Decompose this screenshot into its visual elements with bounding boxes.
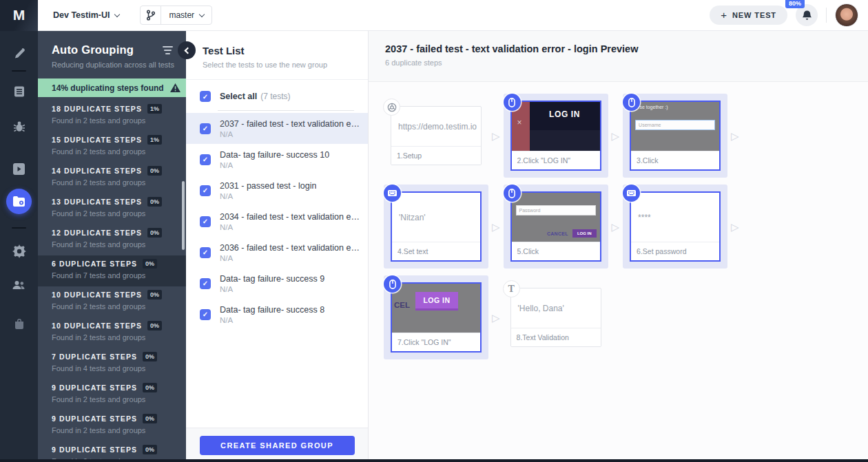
test-item[interactable]: 2037 - failed test - text validation err… <box>186 113 368 144</box>
select-all-checkbox[interactable] <box>200 91 211 102</box>
duplicate-group-item[interactable]: 6 DUPLICATE STEPS 0% Found in 7 tests an… <box>38 255 186 286</box>
editor-pencil-icon[interactable] <box>0 48 38 60</box>
test-checkbox[interactable] <box>200 278 211 289</box>
step-slot-4: 'Nitzan' 4.Set text <box>384 185 488 269</box>
notification-area: 80% <box>796 4 818 26</box>
test-checkbox[interactable] <box>200 154 211 165</box>
group-found-in: Found in 2 tests and groups <box>52 116 176 125</box>
username-field-preview: Username <box>635 120 715 130</box>
step-card-set-text[interactable]: 'Nitzan' 4.Set text <box>391 191 482 262</box>
login-button-preview: LOG IN <box>572 229 597 238</box>
test-item[interactable]: 2034 - failed test - text validation err… <box>186 206 368 237</box>
step-slot-1: https://demo.testim.io 1.Setup <box>384 94 488 178</box>
duplicate-group-item[interactable]: 15 DUPLICATE STEPS 1% Found in 2 tests a… <box>38 132 186 162</box>
step-label: 4.Set text <box>392 242 480 260</box>
test-item[interactable]: 2031 - passed test - login N/A <box>186 175 368 206</box>
group-title: 13 DUPLICATE STEPS <box>52 198 142 206</box>
user-avatar[interactable] <box>835 3 858 27</box>
branch-selector[interactable]: master <box>140 6 212 25</box>
step-screenshot: × LOG IN <box>512 102 600 151</box>
test-list-icon[interactable] <box>0 86 38 97</box>
test-item[interactable]: 2036 - failed test - text validation err… <box>186 237 368 268</box>
warning-triangle-icon <box>170 83 180 92</box>
scrollbar[interactable] <box>182 181 185 250</box>
test-checkbox[interactable] <box>200 123 211 134</box>
step-card-click-login-2[interactable]: CEL LOG IN 7.Click "LOG IN" <box>391 282 482 353</box>
shared-groups-folder-icon[interactable] <box>6 189 32 214</box>
duplicate-group-item[interactable]: 9 DUPLICATE STEPS 0% Found in 2 tests an… <box>38 379 186 410</box>
duplicate-groups-list: 18 DUPLICATE STEPS 1% Found in 2 tests a… <box>38 101 186 462</box>
group-found-in: Found in 4 tests and groups <box>52 364 176 372</box>
group-percent-badge: 0% <box>143 445 157 454</box>
group-percent-badge: 0% <box>147 197 162 207</box>
test-list-footer: CREATE SHARED GROUP <box>186 428 368 462</box>
duplicate-group-item[interactable]: 18 DUPLICATE STEPS 1% Found in 2 tests a… <box>38 101 186 132</box>
test-name: Data- tag failure- success 8 <box>220 305 324 315</box>
bug-icon[interactable] <box>0 120 38 133</box>
group-found-in: Found in 7 tests and groups <box>52 271 176 280</box>
step-slot-7: CEL LOG IN 7.Click "LOG IN" <box>384 275 488 359</box>
step-slot-6: **** 6.Set password <box>623 185 727 269</box>
test-name: 2034 - failed test - text validation err… <box>220 212 361 222</box>
test-checkbox[interactable] <box>200 309 211 320</box>
rail-divider <box>12 227 26 229</box>
step-arrow-icon: ▷ <box>492 131 500 141</box>
group-percent-badge: 0% <box>143 259 157 269</box>
duplicate-group-item[interactable]: 7 DUPLICATE STEPS 0% Found in 4 tests an… <box>38 348 186 379</box>
group-percent-badge: 0% <box>147 290 162 300</box>
test-list-panel: Test List Select the tests to use the ne… <box>186 31 369 462</box>
duplication-banner: 14% duplicating steps found <box>38 78 186 97</box>
test-item[interactable]: Data- tag failure- success 9 N/A <box>186 268 368 299</box>
group-title: 15 DUPLICATE STEPS <box>52 136 142 144</box>
preview-title: 2037 - failed test - text validation err… <box>385 43 868 54</box>
step-value: 'Nitzan' <box>392 193 480 242</box>
login-button-preview: LOG IN <box>415 292 458 311</box>
step-card-setup[interactable]: https://demo.testim.io 1.Setup <box>391 106 482 165</box>
duplicate-group-item[interactable]: 13 DUPLICATE STEPS 0% Found in 2 tests a… <box>38 193 186 224</box>
list-divider <box>218 110 354 111</box>
cancel-text: CANCEL <box>547 231 568 236</box>
test-subtext: N/A <box>220 254 361 262</box>
test-name: Data- tag failure- success 9 <box>220 274 324 284</box>
step-label: 8.Text Validation <box>511 328 601 346</box>
duplicate-group-item[interactable]: 9 DUPLICATE STEPS 0% Found in 2 tests an… <box>38 410 186 441</box>
collapse-back-button[interactable] <box>178 41 196 59</box>
chevron-left-icon <box>185 47 192 54</box>
step-card-click-login[interactable]: × LOG IN 2.Click "LOG IN" <box>510 101 601 171</box>
group-percent-badge: 0% <box>147 321 162 330</box>
mouse-click-icon <box>504 185 521 202</box>
step-label: 3.Click <box>631 151 719 169</box>
keyboard-icon <box>384 185 401 202</box>
step-slot-5: Password CANCEL LOG IN 5.Click <box>504 185 608 269</box>
new-test-button[interactable]: + NEW TEST <box>710 6 787 25</box>
test-checkbox[interactable] <box>200 216 211 227</box>
step-card-click-username[interactable]: rse together :) Username 3.Click <box>630 101 721 171</box>
browser-setup-icon <box>383 98 400 116</box>
duplicate-group-item[interactable]: 14 DUPLICATE STEPS 0% Found in 2 tests a… <box>38 162 186 193</box>
test-item[interactable]: Data- tag failure- success 10 N/A <box>186 144 368 175</box>
runs-player-icon[interactable] <box>0 163 38 175</box>
step-card-text-validation[interactable]: T 'Hello, Dana' 8.Text Validation <box>510 288 601 347</box>
topbar-divider <box>826 8 827 23</box>
test-item[interactable]: Data- tag failure- success 8 N/A <box>186 299 368 330</box>
test-checkbox[interactable] <box>200 185 211 196</box>
duplicate-group-item[interactable]: 10 DUPLICATE STEPS 0% Found in 2 tests a… <box>38 286 186 317</box>
chevron-down-icon <box>199 11 205 17</box>
test-subtext: N/A <box>220 316 324 324</box>
step-card-click-password[interactable]: Password CANCEL LOG IN 5.Click <box>510 191 601 262</box>
step-arrow-icon: ▷ <box>492 313 500 323</box>
create-shared-group-button[interactable]: CREATE SHARED GROUP <box>200 436 355 455</box>
filter-icon[interactable] <box>161 44 175 56</box>
select-all-row[interactable]: Select all (7 tests) <box>186 80 368 102</box>
duplication-banner-text: 14% duplicating steps found <box>52 83 164 93</box>
test-name: 2036 - failed test - text validation err… <box>220 243 361 253</box>
settings-gear-icon[interactable] <box>0 244 38 258</box>
store-bag-icon[interactable] <box>0 319 38 329</box>
duplicate-group-item[interactable]: 10 DUPLICATE STEPS 0% Found in 2 tests a… <box>38 317 186 348</box>
test-checkbox[interactable] <box>200 247 211 258</box>
project-selector[interactable]: Dev Testim-UI <box>53 10 119 20</box>
duplicate-group-item[interactable]: 12 DUPLICATE STEPS 0% Found in 2 tests a… <box>38 224 186 255</box>
testim-logo[interactable]: M <box>0 0 38 31</box>
team-users-icon[interactable] <box>0 280 38 290</box>
step-card-set-password[interactable]: **** 6.Set password <box>630 191 721 262</box>
